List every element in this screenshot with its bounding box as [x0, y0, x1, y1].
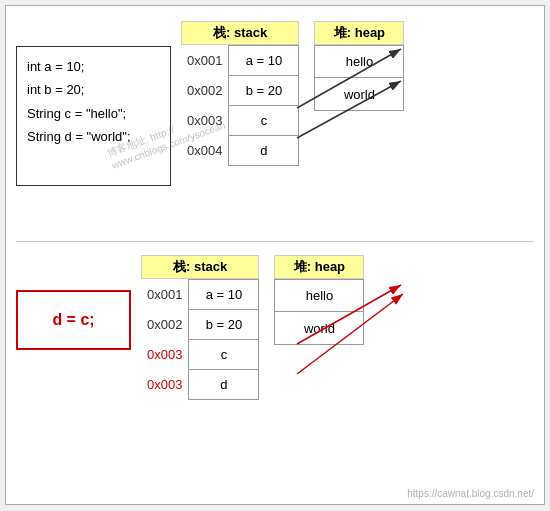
main-container: int a = 10; int b = 20; String c = "hell… [5, 5, 545, 505]
val-cell: d [229, 136, 299, 166]
code-line-4: String d = "world"; [27, 125, 160, 148]
heap-row: hello [315, 46, 403, 78]
table-row: 0x002 b = 20 [181, 76, 299, 106]
code-line-2: int b = 20; [27, 78, 160, 101]
code-line-1: int a = 10; [27, 55, 160, 78]
code-box-top: int a = 10; int b = 20; String c = "hell… [16, 46, 171, 186]
addr-cell: 0x002 [181, 76, 229, 106]
val-cell: c [229, 106, 299, 136]
val-cell: a = 10 [229, 46, 299, 76]
table-row: 0x001 a = 10 [181, 46, 299, 76]
heap-box-top: hello world [314, 45, 404, 111]
heap-label-top: 堆: heap [314, 21, 404, 45]
val-cell: b = 20 [229, 76, 299, 106]
stack-table-top: 0x001 a = 10 0x002 b = 20 0x003 c 0x004 … [181, 45, 299, 166]
code-line-3: String c = "hello"; [27, 102, 160, 125]
heap-row: world [315, 78, 403, 110]
top-section: int a = 10; int b = 20; String c = "hell… [6, 6, 544, 241]
bottom-section: d = c; 栈: stack 0x001 a = 10 0x002 b = 2… [6, 242, 544, 492]
stack-label-top: 栈: stack [181, 21, 299, 45]
addr-cell: 0x004 [181, 136, 229, 166]
heap-section-top: 堆: heap hello world [314, 21, 404, 111]
stack-section-top: 栈: stack 0x001 a = 10 0x002 b = 20 0x003… [181, 21, 299, 166]
arrows-bottom [6, 242, 544, 492]
addr-cell: 0x003 [181, 106, 229, 136]
table-row: 0x003 c [181, 106, 299, 136]
svg-line-5 [297, 294, 403, 374]
table-row: 0x004 d [181, 136, 299, 166]
addr-cell: 0x001 [181, 46, 229, 76]
